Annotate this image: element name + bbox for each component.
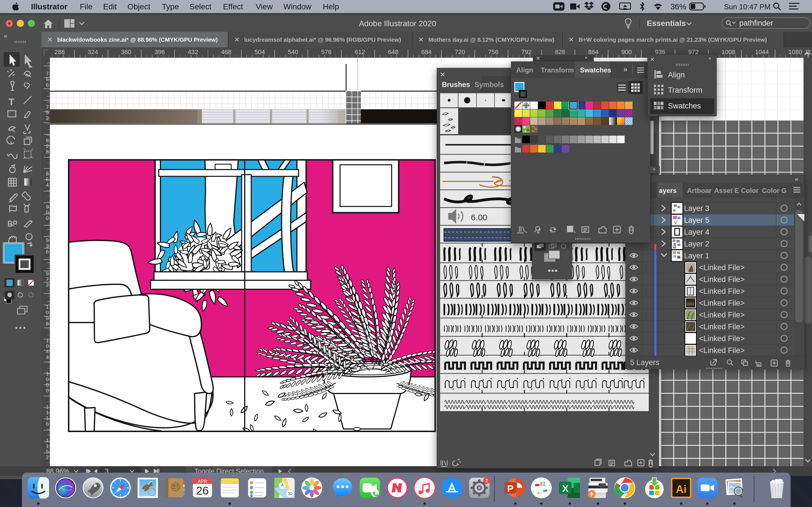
svg-text:26: 26 (196, 485, 209, 497)
svg-text:3D: 3D (288, 492, 293, 496)
svg-text:APR: APR (198, 479, 207, 484)
svg-text:T: T (8, 96, 14, 107)
svg-text:Ai: Ai (676, 483, 687, 495)
svg-text:X: X (562, 483, 569, 494)
svg-text:P: P (507, 483, 514, 494)
svg-text:2: 2 (485, 478, 488, 483)
svg-text:«: « (4, 33, 7, 40)
